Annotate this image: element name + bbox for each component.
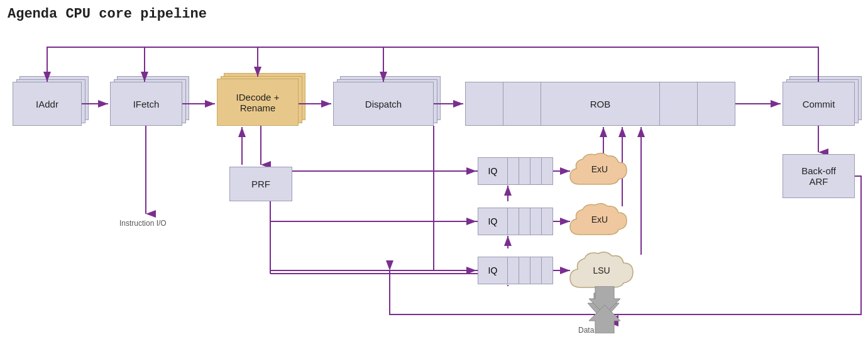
commit-label: Commit	[803, 99, 835, 109]
dispatch-stage: Dispatch	[333, 82, 434, 126]
iq1-cell1	[508, 157, 519, 185]
rob-stage: ROB	[465, 82, 735, 126]
prf-label: PRF	[251, 179, 270, 189]
backoff-label: Back-off ARF	[801, 165, 836, 187]
iq2-cell4	[542, 208, 553, 235]
page-title: Agenda CPU core pipeline	[8, 6, 207, 22]
iq1-cell3	[530, 157, 542, 185]
iq2-label: IQ	[478, 208, 508, 235]
svg-text:LSU: LSU	[593, 265, 610, 275]
iq3-cell3	[530, 257, 542, 284]
dispatch-label: Dispatch	[365, 99, 402, 109]
svg-marker-42	[589, 305, 620, 333]
iaddr-label: IAddr	[36, 99, 58, 109]
idecode-label: IDecode + Rename	[236, 92, 280, 113]
ifetch-label: IFetch	[133, 99, 160, 109]
instruction-io-label: Instruction I/O	[119, 219, 167, 228]
exu2-cloud: ExU	[567, 200, 633, 241]
idecode-stage: IDecode + Rename	[217, 79, 299, 126]
rob-label: ROB	[590, 99, 611, 109]
exu1-cloud: ExU	[567, 150, 633, 191]
data-io-arrow	[586, 286, 624, 333]
iq1-label: IQ	[478, 157, 508, 185]
iq1-container: IQ	[478, 157, 553, 185]
ifetch-stage: IFetch	[110, 82, 182, 126]
iq2-cell1	[508, 208, 519, 235]
arrows-svg	[0, 0, 868, 356]
commit-stage: Commit	[783, 82, 855, 126]
iq2-cell2	[519, 208, 530, 235]
iq2-container: IQ	[478, 208, 553, 235]
prf-stage: PRF	[229, 167, 292, 201]
iq1-cell4	[542, 157, 553, 185]
diagram: Agenda CPU core pipeline	[0, 0, 868, 356]
iaddr-stage: IAddr	[13, 82, 82, 126]
svg-text:ExU: ExU	[591, 214, 608, 225]
iq2-cell3	[530, 208, 542, 235]
iq3-cell4	[542, 257, 553, 284]
svg-text:ExU: ExU	[591, 164, 608, 174]
iq3-container: IQ	[478, 257, 553, 284]
iq1-cell2	[519, 157, 530, 185]
iq3-cell2	[519, 257, 530, 284]
backoff-stage: Back-off ARF	[783, 154, 855, 198]
iq3-label: IQ	[478, 257, 508, 284]
iq3-cell1	[508, 257, 519, 284]
